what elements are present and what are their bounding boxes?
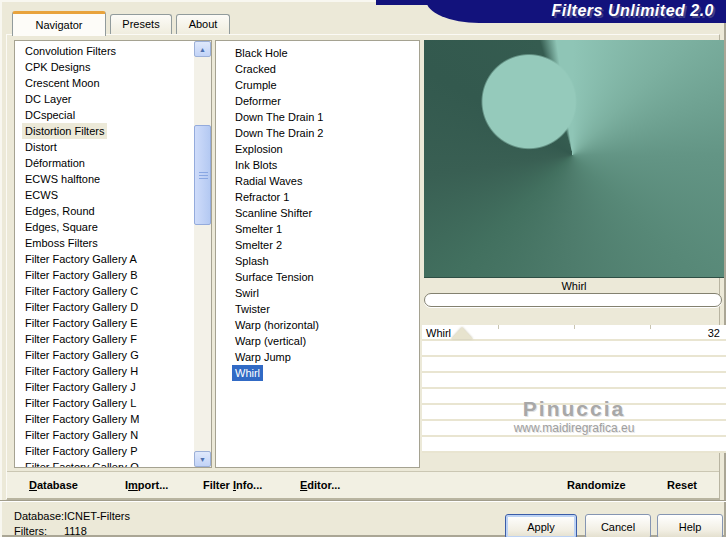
scrollbar-thumb[interactable] xyxy=(194,125,211,225)
toolbar: Database Import... Filter Info... Editor… xyxy=(7,471,719,499)
filter-list-item[interactable]: Warp (horizontal) xyxy=(232,317,415,333)
filter-list-item[interactable]: Refractor 1 xyxy=(232,189,415,205)
category-list-item[interactable]: Distortion Filters xyxy=(22,123,191,139)
slider-row-empty xyxy=(422,405,726,421)
slider-row-empty xyxy=(422,437,726,453)
slider-value: 32 xyxy=(708,327,720,339)
slider-tick xyxy=(574,325,575,329)
filter-list[interactable]: Black HoleCrackedCrumpleDeformerDown The… xyxy=(215,40,420,468)
status-database-value: ICNET-Filters xyxy=(64,510,130,522)
category-list-item[interactable]: Edges, Round xyxy=(22,203,191,219)
window-divider xyxy=(0,500,726,502)
database-button[interactable]: Database xyxy=(29,472,78,498)
category-list-item[interactable]: CPK Designs xyxy=(22,59,191,75)
filter-list-item[interactable]: Explosion xyxy=(232,141,415,157)
slider-row-empty xyxy=(422,421,726,437)
category-list-item[interactable]: Filter Factory Gallery H xyxy=(22,363,191,379)
category-list-item[interactable]: ECWS xyxy=(22,187,191,203)
slider-row-empty xyxy=(422,389,726,405)
category-list-item[interactable]: DCspecial xyxy=(22,107,191,123)
category-list-item[interactable]: Distort xyxy=(22,139,191,155)
category-list-item[interactable]: Filter Factory Gallery N xyxy=(22,427,191,443)
category-list-item[interactable]: Filter Factory Gallery J xyxy=(22,379,191,395)
status-filters-label: Filters: xyxy=(14,525,47,537)
filter-list-item[interactable]: Scanline Shifter xyxy=(232,205,415,221)
cancel-button[interactable]: Cancel xyxy=(585,514,651,537)
filters-unlimited-window: { "window": { "title": "Filters Unlimite… xyxy=(0,0,726,537)
filter-list-item[interactable]: Deformer xyxy=(232,93,415,109)
tab-presets[interactable]: Presets xyxy=(110,14,172,35)
category-list-item[interactable]: Filter Factory Gallery F xyxy=(22,331,191,347)
filter-list-item[interactable]: Whirl xyxy=(232,365,415,381)
category-list-item[interactable]: Filter Factory Gallery A xyxy=(22,251,191,267)
slider-tick xyxy=(498,325,499,329)
filter-info-button[interactable]: Filter Info... xyxy=(203,472,262,498)
slider-thumb[interactable] xyxy=(451,327,473,339)
filter-list-item[interactable]: Black Hole xyxy=(232,45,415,61)
filter-list-item[interactable]: Smelter 2 xyxy=(232,237,415,253)
filter-list-item[interactable]: Warp (vertical) xyxy=(232,333,415,349)
filter-list-item[interactable]: Radial Waves xyxy=(232,173,415,189)
filter-list-item[interactable]: Down The Drain 2 xyxy=(232,125,415,141)
slider-label: Whirl xyxy=(426,327,451,339)
category-list-item[interactable]: Déformation xyxy=(22,155,191,171)
scrollbar-grip xyxy=(199,172,208,179)
filter-list-item[interactable]: Warp Jump xyxy=(232,349,415,365)
category-list-item[interactable]: Edges, Square xyxy=(22,219,191,235)
parameter-sliders: Whirl 32 xyxy=(422,325,726,470)
category-list-item[interactable]: Filter Factory Gallery M xyxy=(22,411,191,427)
tab-about[interactable]: About xyxy=(176,14,230,35)
app-title: Filters Unlimited 2.0 xyxy=(551,2,714,20)
category-list-item[interactable]: Filter Factory Gallery B xyxy=(22,267,191,283)
status-database-label: Database: xyxy=(14,510,64,522)
category-list-item[interactable]: Filter Factory Gallery Q xyxy=(22,459,191,468)
filter-list-item[interactable]: Cracked xyxy=(232,61,415,77)
category-list-item[interactable]: Filter Factory Gallery G xyxy=(22,347,191,363)
help-button[interactable]: Help xyxy=(657,514,723,537)
category-list-item[interactable]: Filter Factory Gallery C xyxy=(22,283,191,299)
category-list-item[interactable]: DC Layer xyxy=(22,91,191,107)
category-list-item[interactable]: ECWS halftone xyxy=(22,171,191,187)
preview-filter-name: Whirl xyxy=(422,280,726,292)
progress-bar xyxy=(424,293,722,307)
slider-row-whirl[interactable]: Whirl 32 xyxy=(422,325,726,341)
slider-tick xyxy=(650,325,651,329)
filter-list-item[interactable]: Swirl xyxy=(232,285,415,301)
category-list-item[interactable]: Filter Factory Gallery P xyxy=(22,443,191,459)
scroll-down-icon[interactable]: ▼ xyxy=(194,451,211,467)
preview-panel: Whirl Whirl 32 Pinuccia www.maidiregrafi… xyxy=(422,38,726,470)
category-list-scrollbar[interactable]: ▲ ▼ xyxy=(194,41,211,467)
filter-preview-image[interactable] xyxy=(424,40,724,278)
status-filters-value: 1118 xyxy=(64,525,87,537)
reset-button[interactable]: Reset xyxy=(667,472,697,498)
category-list-item[interactable]: Filter Factory Gallery D xyxy=(22,299,191,315)
scroll-up-icon[interactable]: ▲ xyxy=(194,41,211,57)
apply-button[interactable]: Apply xyxy=(505,514,577,537)
editor-button[interactable]: Editor... xyxy=(300,472,340,498)
filter-list-item[interactable]: Smelter 1 xyxy=(232,221,415,237)
slider-row-empty xyxy=(422,357,726,373)
category-list-item[interactable]: Filter Factory Gallery E xyxy=(22,315,191,331)
filter-list-item[interactable]: Down The Drain 1 xyxy=(232,109,415,125)
import-button[interactable]: Import... xyxy=(125,472,168,498)
filter-list-item[interactable]: Twister xyxy=(232,301,415,317)
tab-navigator[interactable]: Navigator xyxy=(12,11,106,36)
category-list-item[interactable]: Emboss Filters xyxy=(22,235,191,251)
category-list-item[interactable]: Crescent Moon xyxy=(22,75,191,91)
filter-list-item[interactable]: Crumple xyxy=(232,77,415,93)
category-list-item[interactable]: Convolution Filters xyxy=(22,43,191,59)
filter-list-item[interactable]: Surface Tension xyxy=(232,269,415,285)
slider-row-empty xyxy=(422,373,726,389)
randomize-button[interactable]: Randomize xyxy=(567,472,626,498)
filter-list-item[interactable]: Splash xyxy=(232,253,415,269)
filter-list-item[interactable]: Ink Blots xyxy=(232,157,415,173)
category-list[interactable]: Convolution FiltersCPK DesignsCrescent M… xyxy=(14,40,212,468)
slider-row-empty xyxy=(422,341,726,357)
category-list-item[interactable]: Filter Factory Gallery L xyxy=(22,395,191,411)
